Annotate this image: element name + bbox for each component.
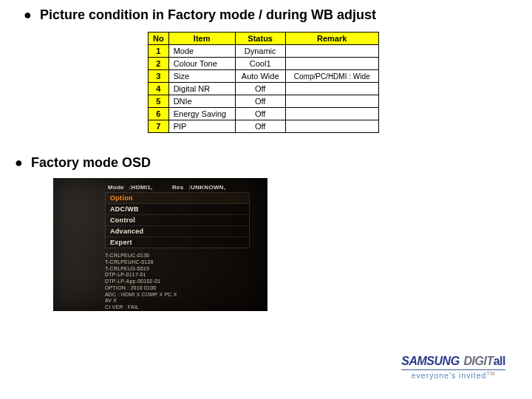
cell-no: 1 — [149, 45, 169, 58]
col-no: No — [149, 33, 169, 45]
table-row: 2Colour ToneCool1 — [149, 58, 379, 70]
osd-menu: OptionADC/WBControlAdvancedExpert — [105, 192, 250, 248]
factory-table: No Item Status Remark 1ModeDynamic2Colou… — [148, 32, 379, 133]
cell-remark — [285, 108, 378, 120]
osd-info-line: T-CRLPEUC-0136 — [105, 253, 250, 259]
col-status: Status — [235, 33, 285, 45]
cell-status: Cool1 — [235, 58, 285, 70]
cell-item: DNIe — [168, 95, 235, 108]
cell-no: 5 — [149, 95, 169, 108]
cell-remark — [285, 58, 378, 70]
table-row: 6Energy SavingOff — [149, 108, 379, 120]
col-item: Item — [168, 33, 235, 45]
heading-text: Picture condition in Factory mode / duri… — [40, 7, 376, 22]
logo-tagline: everyone's invited — [412, 371, 487, 380]
col-remark: Remark — [285, 33, 378, 45]
cell-no: 2 — [149, 58, 169, 70]
table-row: 5DNIeOff — [149, 95, 379, 108]
cell-item: Size — [168, 70, 235, 83]
osd-info-line: OPTION : 2010 0100 — [105, 285, 250, 292]
bullet-icon: ● — [15, 155, 23, 170]
trademark-icon: TM — [486, 371, 495, 376]
cell-remark — [285, 95, 378, 108]
cell-status: Off — [235, 95, 285, 108]
osd-info-line: ADC : HDMI X COMP X PC X — [105, 292, 250, 299]
cell-item: PIP — [168, 120, 235, 133]
osd-info-line: DTP-LP-0117-01 — [105, 272, 250, 279]
cell-remark — [285, 120, 378, 133]
osd-menu-item: Advanced — [106, 226, 249, 237]
cell-item: Energy Saving — [168, 108, 235, 120]
heading-text: Factory mode OSD — [31, 155, 151, 170]
logo-brand3: all — [494, 355, 505, 367]
cell-status: Off — [235, 120, 285, 133]
heading-picture-condition: ● Picture condition in Factory mode / du… — [0, 0, 532, 32]
cell-item: Digital NR — [168, 83, 235, 95]
cell-remark — [285, 45, 378, 58]
table-row: 1ModeDynamic — [149, 45, 379, 58]
cell-no: 6 — [149, 108, 169, 120]
table-row: 7PIPOff — [149, 120, 379, 133]
osd-menu-item: Option — [106, 193, 249, 204]
osd-mode-value: :HDMI1, — [129, 184, 153, 191]
osd-screenshot: Mode :HDMI1, Res :UNKNOWN, OptionADC/WBC… — [53, 178, 267, 311]
heading-factory-osd: ● Factory mode OSD — [0, 133, 532, 177]
logo-brand1: SAMSUNG — [401, 355, 459, 367]
osd-menu-item: ADC/WB — [106, 204, 249, 215]
osd-mode-label: Mode — [108, 184, 124, 191]
table-row: 4Digital NROff — [149, 83, 379, 95]
osd-menu-item: Expert — [106, 237, 249, 248]
logo-brand2: DIGIT — [464, 355, 494, 367]
osd-info: T-CRLPEUC-0136T-CRLPEUHC-0128T-CRLPEUS-0… — [105, 253, 250, 311]
bullet-icon: ● — [24, 7, 32, 22]
samsung-logo: SAMSUNG DIGITall everyone's invitedTM — [401, 355, 505, 380]
cell-no: 3 — [149, 70, 169, 83]
cell-status: Off — [235, 83, 285, 95]
cell-remark: Comp/PC/HDMI : Wide — [285, 70, 378, 83]
osd-res-value: :UNKNOWN, — [188, 184, 225, 191]
cell-no: 4 — [149, 83, 169, 95]
cell-item: Colour Tone — [168, 58, 235, 70]
cell-status: Auto Wide — [235, 70, 285, 83]
cell-status: Off — [235, 108, 285, 120]
osd-info-line: DTP-LP-App-00102-01 — [105, 279, 250, 285]
osd-info-line: CI VER : FAIL — [105, 304, 250, 311]
osd-res-label: Res — [172, 184, 184, 191]
osd-menu-item: Control — [106, 215, 249, 226]
cell-status: Dynamic — [235, 45, 285, 58]
cell-item: Mode — [168, 45, 235, 58]
osd-info-line: T-CRLPEUS-0019 — [105, 266, 250, 273]
osd-info-line: T-CRLPEUHC-0128 — [105, 259, 250, 266]
cell-no: 7 — [149, 120, 169, 133]
osd-topline: Mode :HDMI1, Res :UNKNOWN, — [108, 184, 250, 191]
osd-info-line: AV X — [105, 298, 250, 304]
cell-remark — [285, 83, 378, 95]
table-row: 3SizeAuto WideComp/PC/HDMI : Wide — [149, 70, 379, 83]
